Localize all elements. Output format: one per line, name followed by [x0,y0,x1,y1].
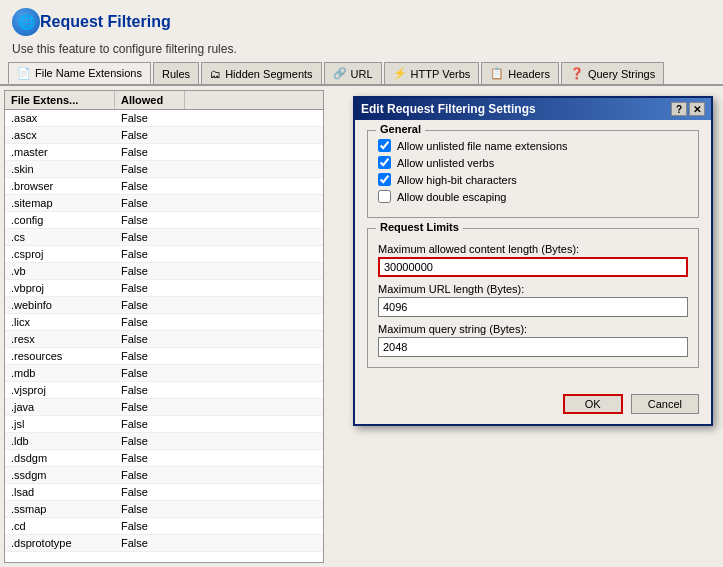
link-icon: 🔗 [333,67,347,80]
tab-rules-label: Rules [162,68,190,80]
file-icon: 📄 [17,67,31,80]
main-window: 🌐 Request Filtering Use this feature to … [0,0,723,567]
tab-query-strings-label: Query Strings [588,68,655,80]
dialog-titlebar: Edit Request Filtering Settings ? ✕ [355,98,711,120]
edit-dialog: Edit Request Filtering Settings ? ✕ Gene… [353,96,713,426]
tab-file-name-extensions[interactable]: 📄 File Name Extensions [8,62,151,84]
checkbox-allow-unlisted-ext[interactable] [378,139,391,152]
cancel-button[interactable]: Cancel [631,394,699,414]
folder-icon: 🗂 [210,68,221,80]
dialog-title: Edit Request Filtering Settings [361,102,671,116]
checkbox-allow-high-bit-row: Allow high-bit characters [378,173,688,186]
tab-http-verbs-label: HTTP Verbs [411,68,471,80]
tab-rules[interactable]: Rules [153,62,199,84]
ok-button[interactable]: OK [563,394,623,414]
tab-file-name-extensions-label: File Name Extensions [35,67,142,79]
tab-query-strings[interactable]: ❓ Query Strings [561,62,664,84]
checkbox-allow-high-bit[interactable] [378,173,391,186]
dialog-footer: OK Cancel [355,388,711,424]
tab-url[interactable]: 🔗 URL [324,62,382,84]
window-title: Request Filtering [40,13,171,31]
checkbox-allow-unlisted-verbs[interactable] [378,156,391,169]
window-subtitle: Use this feature to configure filtering … [0,40,723,62]
checkbox-allow-unlisted-verbs-row: Allow unlisted verbs [378,156,688,169]
tab-url-label: URL [351,68,373,80]
lightning-icon: ⚡ [393,67,407,80]
dialog-body: General Allow unlisted file name extensi… [355,120,711,388]
max-query-string-label: Maximum query string (Bytes): [378,323,688,335]
dialog-controls: ? ✕ [671,102,705,116]
checkbox-allow-high-bit-label: Allow high-bit characters [397,174,517,186]
tab-hidden-segments-label: Hidden Segments [225,68,312,80]
headers-icon: 📋 [490,67,504,80]
max-query-string-input[interactable] [378,337,688,357]
checkbox-allow-unlisted-ext-row: Allow unlisted file name extensions [378,139,688,152]
checkbox-allow-double-escaping-label: Allow double escaping [397,191,506,203]
checkbox-allow-double-escaping-row: Allow double escaping [378,190,688,203]
general-group-label: General [376,123,425,135]
tab-hidden-segments[interactable]: 🗂 Hidden Segments [201,62,321,84]
tab-headers-label: Headers [508,68,550,80]
tab-headers[interactable]: 📋 Headers [481,62,559,84]
max-content-length-input[interactable] [378,257,688,277]
question-icon: ❓ [570,67,584,80]
dialog-overlay: Edit Request Filtering Settings ? ✕ Gene… [0,86,723,567]
checkbox-allow-double-escaping[interactable] [378,190,391,203]
help-button[interactable]: ? [671,102,687,116]
checkbox-allow-unlisted-verbs-label: Allow unlisted verbs [397,157,494,169]
window-header: 🌐 Request Filtering [0,0,723,40]
checkbox-allow-unlisted-ext-label: Allow unlisted file name extensions [397,140,568,152]
max-content-length-label: Maximum allowed content length (Bytes): [378,243,688,255]
max-url-length-input[interactable] [378,297,688,317]
general-group: General Allow unlisted file name extensi… [367,130,699,218]
tab-http-verbs[interactable]: ⚡ HTTP Verbs [384,62,480,84]
request-limits-group: Request Limits Maximum allowed content l… [367,228,699,368]
max-url-length-label: Maximum URL length (Bytes): [378,283,688,295]
tabs-bar: 📄 File Name Extensions Rules 🗂 Hidden Se… [0,62,723,86]
content-area: File Extens... Allowed .asax False .ascx… [0,86,723,567]
close-button[interactable]: ✕ [689,102,705,116]
app-icon: 🌐 [12,8,40,36]
request-limits-label: Request Limits [376,221,463,233]
